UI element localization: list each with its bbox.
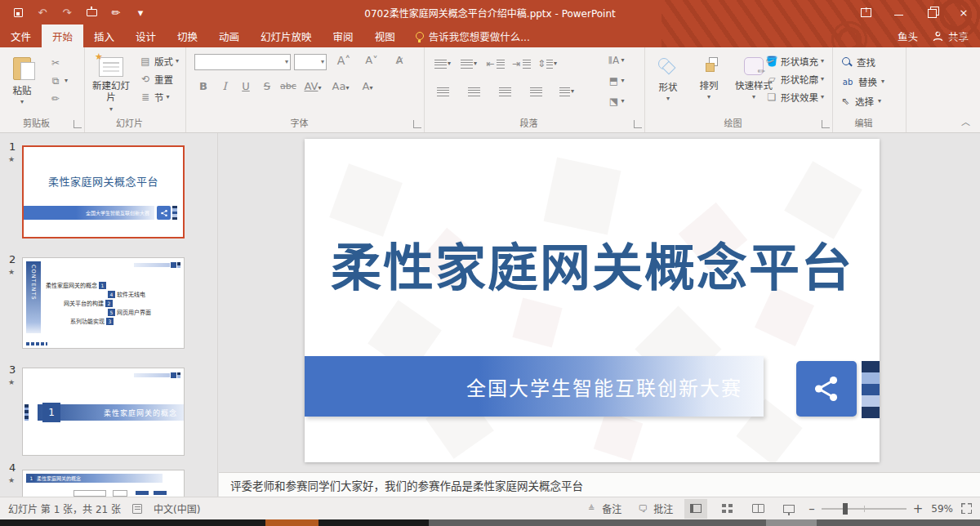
language-status[interactable]: 中文(中国) xyxy=(154,501,200,515)
zoom-slider[interactable] xyxy=(822,508,906,510)
columns-button[interactable]: ▾ xyxy=(557,83,577,100)
bullets-button[interactable]: ▾ xyxy=(433,56,452,72)
slide-sorter-view-button[interactable] xyxy=(715,499,738,519)
share-button[interactable]: 共享 xyxy=(933,29,969,44)
shape-effects-button[interactable]: ❏形状效果▾ xyxy=(762,88,824,106)
restore-button[interactable] xyxy=(915,0,947,25)
start-slideshow-icon[interactable] xyxy=(85,6,98,19)
new-slide-button[interactable]: 新建幻灯片 ▾ xyxy=(91,51,131,121)
justify-button[interactable] xyxy=(526,83,546,100)
shrink-font-button[interactable]: A˅ xyxy=(363,54,381,67)
paste-label: 粘贴 xyxy=(13,83,32,96)
format-painter-icon[interactable]: ✏ xyxy=(49,93,62,105)
slideshow-view-button[interactable] xyxy=(777,499,800,519)
ribbon-display-options-icon[interactable] xyxy=(849,0,882,25)
shape-outline-button[interactable]: ▱形状轮廓▾ xyxy=(762,70,824,88)
arrange-button[interactable]: 排列 ▾ xyxy=(691,51,727,121)
select-button[interactable]: ⇖选择▾ xyxy=(841,91,884,111)
slide-title-text[interactable]: 柔性家庭网关概念平台 xyxy=(305,227,880,301)
align-text-button[interactable]: ⬒▾ xyxy=(602,73,630,89)
copy-icon[interactable]: ⧉ xyxy=(49,75,62,87)
reading-view-button[interactable] xyxy=(746,499,769,519)
pen-input-icon[interactable]: ✏ xyxy=(109,6,122,19)
slide-canvas[interactable]: 柔性家庭网关概念平台 全国大学生智能互联创新大赛 xyxy=(305,139,880,462)
dialog-launcher-icon[interactable] xyxy=(634,120,642,128)
change-case-button[interactable]: Aa▾ xyxy=(328,80,353,92)
text-direction-button[interactable]: ⫴A▾ xyxy=(602,52,630,69)
section-button[interactable]: ≣节▾ xyxy=(136,88,179,106)
zoom-percentage[interactable]: 59% xyxy=(931,503,953,515)
collapse-ribbon-icon[interactable]: ︿ xyxy=(961,114,970,127)
save-icon[interactable] xyxy=(11,6,24,19)
account-name[interactable]: 鱼头 xyxy=(898,29,918,44)
thumb4-header-num: 1 xyxy=(29,475,34,481)
numbering-button[interactable]: ▾ xyxy=(459,56,479,72)
tab-animations[interactable]: 动画 xyxy=(208,25,250,47)
font-name-combo[interactable]: ▾ xyxy=(194,54,291,70)
dialog-launcher-icon[interactable] xyxy=(822,120,830,128)
reset-button[interactable]: ⟲重置 xyxy=(136,70,179,88)
layout-label: 版式 xyxy=(154,55,173,68)
normal-view-button[interactable] xyxy=(684,499,707,519)
tab-view[interactable]: 视图 xyxy=(364,25,406,47)
strikethrough-button[interactable]: abc xyxy=(279,81,297,91)
tab-file[interactable]: 文件 xyxy=(0,25,42,47)
fit-to-window-icon[interactable] xyxy=(961,503,972,514)
share-icon[interactable] xyxy=(796,361,857,417)
slide-banner[interactable]: 全国大学生智能互联创新大赛 xyxy=(305,356,764,417)
slide-thumbnail-4[interactable]: 1 柔性家庭网关的概念 xyxy=(22,470,185,497)
undo-icon[interactable]: ↶ xyxy=(36,6,49,19)
close-button[interactable]: × xyxy=(947,0,980,25)
share-icon xyxy=(157,206,171,220)
minimize-button[interactable] xyxy=(882,0,915,25)
shape-fill-button[interactable]: 🪣形状填充▾ xyxy=(762,52,824,70)
notes-pane[interactable]: 评委老师和参赛同学们大家好，我们的参赛作品是柔性家庭网关概念平台 xyxy=(219,472,980,497)
tab-insert[interactable]: 插入 xyxy=(83,25,125,47)
character-spacing-button[interactable]: AV▾ xyxy=(301,80,325,92)
line-spacing-button[interactable]: ⇕▾ xyxy=(537,56,557,72)
italic-button[interactable]: I xyxy=(216,80,234,92)
align-center-button[interactable] xyxy=(464,83,483,100)
redo-icon[interactable]: ↷ xyxy=(60,6,74,19)
cut-icon[interactable]: ✂ xyxy=(49,57,62,69)
align-left-button[interactable] xyxy=(433,83,452,100)
layout-button[interactable]: ▤版式▾ xyxy=(136,52,179,70)
tab-review[interactable]: 审阅 xyxy=(323,25,364,47)
contents-item: 系列功能实现3 xyxy=(70,317,114,325)
tab-home[interactable]: 开始 xyxy=(42,25,83,47)
notes-indicator-icon[interactable] xyxy=(132,504,142,514)
zoom-in-button[interactable]: + xyxy=(913,505,924,513)
tell-me-box[interactable]: 告诉我您想要做什么... xyxy=(406,25,540,47)
find-button[interactable]: 查找 xyxy=(841,52,884,72)
slide-thumbnail-1[interactable]: 柔性家庭网关概念平台 全国大学生智能互联创新大赛 xyxy=(22,145,185,238)
comments-toggle-button[interactable]: 🗨批注 xyxy=(633,498,676,519)
dialog-launcher-icon[interactable] xyxy=(74,120,82,128)
slide-thumbnail-3[interactable]: 1 柔性家庭网关的概念 xyxy=(22,368,185,456)
convert-smartart-button[interactable]: ⬔▾ xyxy=(602,93,630,109)
slide-thumbnail-2[interactable]: CONTENTS 柔性家庭网关的概念1 网关平台的构建2 系列功能实现3 4软件… xyxy=(22,257,185,349)
shadow-button[interactable]: S xyxy=(258,80,276,92)
zoom-out-button[interactable]: – xyxy=(808,505,815,513)
replace-button[interactable]: ab替换▾ xyxy=(841,72,884,91)
clear-formatting-button[interactable]: A̷ xyxy=(390,54,408,67)
paste-button[interactable]: 粘贴 ▾ xyxy=(5,51,39,121)
notes-toggle-button[interactable]: ≜备注 xyxy=(581,498,625,519)
increase-indent-button[interactable]: ⇥ xyxy=(511,56,531,72)
underline-button[interactable]: U xyxy=(237,80,255,92)
search-icon xyxy=(841,56,853,68)
grow-font-button[interactable]: A˄ xyxy=(335,54,353,67)
contents-item-text: 系列功能实现 xyxy=(70,317,105,325)
customize-qat-icon[interactable]: ▾ xyxy=(134,6,147,19)
thumb1-segment-strip xyxy=(172,206,177,220)
dialog-launcher-icon[interactable] xyxy=(413,120,421,128)
align-right-button[interactable] xyxy=(495,83,514,100)
tab-design[interactable]: 设计 xyxy=(125,25,167,47)
bold-button[interactable]: B xyxy=(194,80,212,92)
font-size-combo[interactable]: ▾ xyxy=(294,54,327,70)
zoom-slider-handle[interactable] xyxy=(843,503,848,515)
font-color-button[interactable]: A▾ xyxy=(356,80,379,92)
decrease-indent-button[interactable]: ⇤ xyxy=(485,56,505,72)
shapes-button[interactable]: 形状 ▾ xyxy=(650,51,686,121)
tab-slideshow[interactable]: 幻灯片放映 xyxy=(250,25,323,47)
tab-transitions[interactable]: 切换 xyxy=(167,25,208,47)
